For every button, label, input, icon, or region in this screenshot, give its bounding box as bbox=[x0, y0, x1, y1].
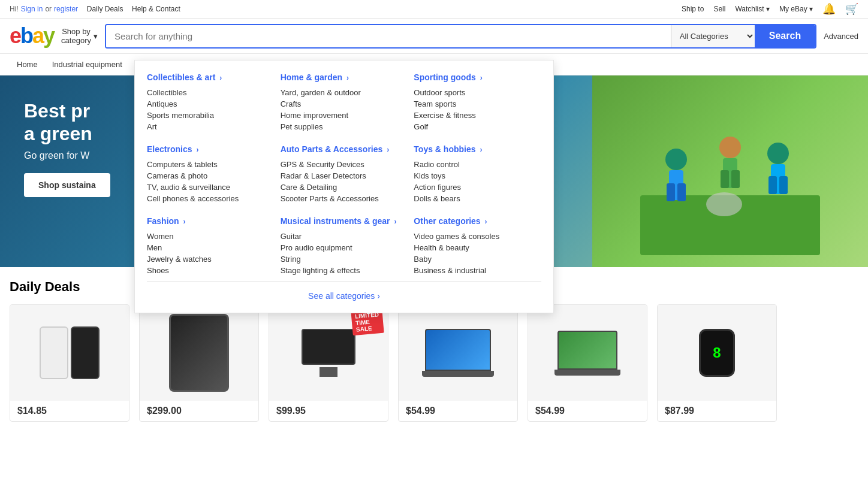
laptop-screen bbox=[425, 329, 491, 371]
category-select[interactable]: All Categories bbox=[671, 25, 755, 47]
jewelry-watches-item[interactable]: Jewelry & watches bbox=[147, 253, 275, 265]
shoes-item[interactable]: Shoes bbox=[147, 265, 275, 276]
deal-img-desktop: LIMITEDTIMESALE bbox=[269, 305, 388, 401]
deal-card-tablet[interactable]: $299.00 bbox=[139, 304, 259, 422]
ebay-logo: ebay bbox=[10, 23, 54, 49]
see-all-categories-link[interactable]: See all categories › bbox=[308, 291, 380, 301]
dropdown-col-fashion: Fashion › Women Men Jewelry & watches Sh… bbox=[147, 216, 275, 276]
dropdown-col-collectibles: Collectibles & art › Collectibles Antiqu… bbox=[147, 72, 275, 132]
shop-by-label: Shop by category bbox=[61, 27, 91, 45]
deal-price-tablet: $299.00 bbox=[140, 401, 258, 421]
pro-audio-item[interactable]: Pro audio equipment bbox=[281, 242, 408, 253]
help-contact-link[interactable]: Help & Contact bbox=[132, 5, 180, 13]
laptop-base-2 bbox=[554, 370, 620, 376]
cell-phones-item[interactable]: Cell phones & accessories bbox=[147, 193, 275, 204]
gps-security-item[interactable]: GPS & Security Devices bbox=[281, 159, 408, 170]
stage-lighting-item[interactable]: Stage lighting & effects bbox=[281, 265, 408, 276]
deal-card-phones[interactable]: $14.85 bbox=[10, 304, 129, 422]
dropdown-col-auto: Auto Parts & Accessories › GPS & Securit… bbox=[281, 144, 408, 204]
dropdown-col-other: Other categories › Video games & console… bbox=[414, 216, 541, 276]
svg-point-9 bbox=[767, 143, 789, 164]
collectibles-art-header[interactable]: Collectibles & art › bbox=[147, 72, 275, 82]
dropdown-col-sporting: Sporting goods › Outdoor sports Team spo… bbox=[414, 72, 541, 132]
arrow-right-icon-7: › bbox=[183, 217, 186, 226]
search-input[interactable] bbox=[106, 25, 671, 47]
nav-home[interactable]: Home bbox=[10, 54, 45, 75]
hero-cta-button[interactable]: Shop sustaina bbox=[24, 173, 110, 197]
business-industrial-item[interactable]: Business & industrial bbox=[414, 265, 541, 276]
register-link[interactable]: register bbox=[54, 5, 78, 13]
arrow-right-icon: › bbox=[219, 74, 222, 82]
nav-industrial[interactable]: Industrial equipment bbox=[45, 54, 129, 75]
crafts-item[interactable]: Crafts bbox=[281, 98, 408, 110]
deal-card-watch[interactable]: $87.99 bbox=[657, 304, 777, 422]
arrow-right-icon-6: › bbox=[480, 146, 482, 154]
sell-link[interactable]: Sell bbox=[713, 5, 725, 13]
chevron-down-icon: ▾ bbox=[766, 5, 770, 13]
other-categories-header[interactable]: Other categories › bbox=[414, 216, 541, 226]
svg-point-13 bbox=[706, 192, 742, 216]
signin-link[interactable]: Sign in bbox=[21, 5, 43, 13]
team-sports-item[interactable]: Team sports bbox=[414, 98, 541, 110]
string-item[interactable]: String bbox=[281, 253, 408, 265]
top-bar-right: Ship to Sell Watchlist ▾ My eBay ▾ 🔔 🛒 bbox=[682, 2, 858, 16]
electronics-header[interactable]: Electronics › bbox=[147, 144, 275, 154]
advanced-link[interactable]: Advanced bbox=[824, 32, 858, 41]
top-bar-left: Hi! Sign in or register Daily Deals Help… bbox=[10, 5, 180, 13]
tv-audio-item[interactable]: TV, audio & surveillance bbox=[147, 182, 275, 193]
hero-illustration bbox=[640, 87, 820, 255]
radio-control-item[interactable]: Radio control bbox=[414, 159, 541, 170]
sporting-goods-header[interactable]: Sporting goods › bbox=[414, 72, 541, 82]
guitar-item[interactable]: Guitar bbox=[281, 231, 408, 242]
exercise-fitness-item[interactable]: Exercise & fitness bbox=[414, 110, 541, 121]
cameras-photo-item[interactable]: Cameras & photo bbox=[147, 170, 275, 182]
dolls-bears-item[interactable]: Dolls & bears bbox=[414, 193, 541, 204]
computers-tablets-item[interactable]: Computers & tablets bbox=[147, 159, 275, 170]
scooter-parts-item[interactable]: Scooter Parts & Accessories bbox=[281, 193, 408, 204]
search-button[interactable]: Search bbox=[755, 25, 815, 47]
care-detailing-item[interactable]: Care & Detailing bbox=[281, 182, 408, 193]
dropdown-grid: Collectibles & art › Collectibles Antiqu… bbox=[147, 72, 541, 276]
deal-card-laptop2[interactable]: $54.99 bbox=[528, 304, 647, 422]
shop-by-button[interactable]: Shop by category ▾ bbox=[61, 27, 98, 45]
pet-supplies-item[interactable]: Pet supplies bbox=[281, 121, 408, 132]
notification-icon[interactable]: 🔔 bbox=[822, 2, 836, 16]
daily-deals-link[interactable]: Daily Deals bbox=[87, 5, 123, 13]
deal-card-laptop[interactable]: $54.99 bbox=[398, 304, 518, 422]
video-games-item[interactable]: Video games & consoles bbox=[414, 231, 541, 242]
men-item[interactable]: Men bbox=[147, 242, 275, 253]
phones-illustration bbox=[40, 326, 100, 379]
art-item[interactable]: Art bbox=[147, 121, 275, 132]
deal-img-tablet bbox=[140, 305, 258, 401]
health-beauty-item[interactable]: Health & beauty bbox=[414, 242, 541, 253]
fashion-header[interactable]: Fashion › bbox=[147, 216, 275, 226]
sports-memorabilia-item[interactable]: Sports memorabilia bbox=[147, 110, 275, 121]
auto-parts-header[interactable]: Auto Parts & Accessories › bbox=[281, 144, 408, 154]
antiques-item[interactable]: Antiques bbox=[147, 98, 275, 110]
dropdown-col-electronics: Electronics › Computers & tablets Camera… bbox=[147, 144, 275, 204]
watchlist-link[interactable]: Watchlist ▾ bbox=[735, 5, 770, 13]
svg-rect-8 bbox=[731, 170, 740, 188]
hi-text: Hi! bbox=[10, 5, 19, 13]
deal-card-desktop[interactable]: LIMITEDTIMESALE $99.95 bbox=[269, 304, 388, 422]
toys-hobbies-header[interactable]: Toys & hobbies › bbox=[414, 144, 541, 154]
radar-laser-item[interactable]: Radar & Laser Detectors bbox=[281, 170, 408, 182]
my-ebay-link[interactable]: My eBay ▾ bbox=[779, 5, 813, 13]
laptop-illustration bbox=[422, 329, 494, 377]
baby-item[interactable]: Baby bbox=[414, 253, 541, 265]
home-improvement-item[interactable]: Home improvement bbox=[281, 110, 408, 121]
arrow-right-icon-8: › bbox=[394, 217, 396, 226]
women-item[interactable]: Women bbox=[147, 231, 275, 242]
home-garden-header[interactable]: Home & garden › bbox=[281, 72, 408, 82]
cart-icon[interactable]: 🛒 bbox=[845, 2, 858, 16]
action-figures-item[interactable]: Action figures bbox=[414, 182, 541, 193]
arrow-right-icon-4: › bbox=[196, 146, 198, 154]
musical-header[interactable]: Musical instruments & gear › bbox=[281, 216, 408, 226]
yard-garden-item[interactable]: Yard, garden & outdoor bbox=[281, 87, 408, 98]
deal-price-phones: $14.85 bbox=[10, 401, 129, 421]
kids-toys-item[interactable]: Kids toys bbox=[414, 170, 541, 182]
golf-item[interactable]: Golf bbox=[414, 121, 541, 132]
collectibles-item[interactable]: Collectibles bbox=[147, 87, 275, 98]
outdoor-sports-item[interactable]: Outdoor sports bbox=[414, 87, 541, 98]
ship-to-link[interactable]: Ship to bbox=[682, 5, 704, 13]
